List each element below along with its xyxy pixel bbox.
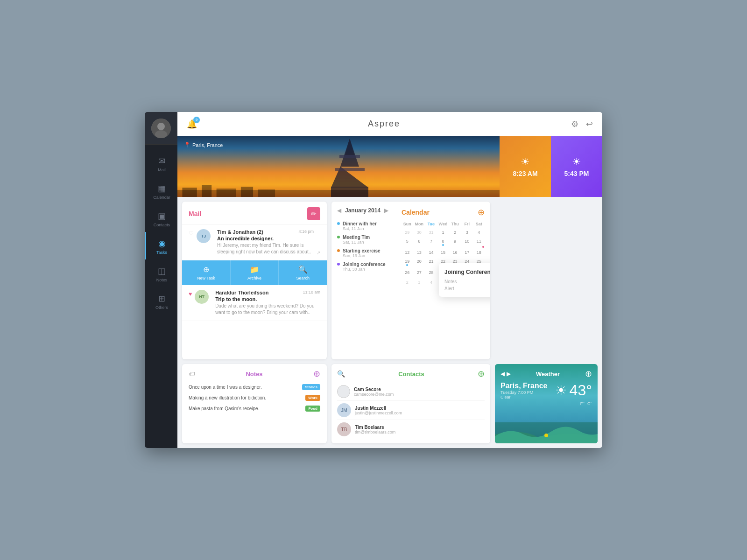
svg-rect-13	[241, 187, 253, 197]
cal-cell[interactable]: 3	[414, 278, 425, 287]
cal-cell[interactable]: 9	[449, 237, 461, 248]
calendar-prev-button[interactable]: ◀	[337, 207, 341, 214]
power-icon[interactable]: ↩	[586, 119, 593, 129]
sidebar-item-tasks[interactable]: ◉ Tasks	[145, 232, 177, 259]
calendar-next-button[interactable]: ▶	[384, 207, 388, 214]
mail-subject-1: Trip to the moon.	[215, 296, 320, 302]
calendar-add-button[interactable]: ⊕	[478, 207, 485, 217]
cal-cell[interactable]: 30	[414, 228, 425, 237]
events-list: Dinner with her Sat, 11 Jan Meeting Tim …	[337, 217, 398, 276]
cal-cell[interactable]: 10	[461, 237, 473, 248]
content-grid: Mail ✏ ♡ TJ Tim & Jonathan (2) 4:16 pm A…	[177, 197, 602, 448]
cal-cell[interactable]: 4	[473, 228, 485, 237]
cal-cell[interactable]: 16	[449, 248, 461, 257]
notes-add-button[interactable]: ⊕	[313, 369, 320, 379]
search-button[interactable]: 🔍 Search	[279, 260, 327, 285]
cal-cell[interactable]: 20	[414, 257, 425, 268]
contact-item-2[interactable]: TB Tim Boelaars tim@timboelaars.com	[337, 420, 485, 439]
weather-status: Clear	[500, 395, 548, 399]
svg-point-1	[157, 123, 165, 130]
compose-button[interactable]: ✏	[307, 207, 320, 220]
cal-cell[interactable]: 27	[414, 268, 425, 278]
cal-cell[interactable]: 31	[425, 228, 437, 237]
cal-cell[interactable]: 13	[414, 248, 425, 257]
avatar[interactable]	[145, 112, 177, 145]
sunset-icon: ☀	[572, 156, 581, 168]
sidebar-item-mail[interactable]: ✉ Mail	[145, 149, 177, 177]
cal-cell[interactable]: 2	[449, 228, 461, 237]
mail-time-0: 4:16 pm	[298, 229, 314, 234]
cal-cell[interactable]: 17	[461, 248, 473, 257]
sidebar-label-mail: Mail	[158, 168, 166, 172]
cal-header-sun: Sun	[402, 220, 413, 228]
weather-title: Weather	[536, 371, 560, 378]
svg-rect-14	[258, 189, 275, 197]
notes-header: 🏷 Notes ⊕	[182, 364, 327, 382]
contact-item-0[interactable]: Cam Secore camsecore@me.com	[337, 383, 485, 401]
contacts-add-button[interactable]: ⊕	[478, 369, 485, 379]
calendar-title: Calendar	[402, 209, 430, 216]
cal-header-mon: Mon	[414, 220, 425, 228]
cal-cell[interactable]: 11	[473, 237, 485, 248]
weather-add-button[interactable]: ⊕	[585, 369, 592, 379]
notification-bell[interactable]: 🔔 9	[187, 119, 197, 129]
weather-date: Tuesday 7:00 PM	[500, 390, 548, 395]
mail-time-1: 11:18 am	[303, 290, 320, 294]
weather-nav: ◀ ▶	[500, 371, 511, 377]
note-item-1: Making a new illustration for bidiction.…	[182, 392, 327, 403]
cal-cell[interactable]: 7	[425, 237, 437, 248]
cal-cell[interactable]: 6	[414, 237, 425, 248]
cal-cell[interactable]: 4	[425, 278, 437, 287]
cal-cell[interactable]: 28	[425, 268, 437, 278]
note-tag-1: Work	[305, 395, 320, 401]
unit-f[interactable]: F°	[580, 401, 585, 406]
cal-cell[interactable]: 12	[402, 248, 413, 257]
cal-cell[interactable]: 15	[437, 248, 449, 257]
mail-item-1[interactable]: ♥ HT Haraldur Thorleifsson 11:18 am Trip…	[182, 285, 327, 321]
sidebar-item-others[interactable]: ⊞ Others	[145, 287, 177, 315]
contact-avatar-0	[337, 385, 350, 398]
cal-header-sat: Sat	[473, 220, 485, 228]
cal-cell[interactable]: 3	[461, 228, 473, 237]
calendar-event-popup: Joining Conference Notes Alert	[439, 263, 490, 297]
contact-avatar-1: JM	[337, 403, 351, 417]
contact-item-1[interactable]: JM Justin Mezzell justin@justinmezzell.c…	[337, 401, 485, 420]
calendar-panel: ◀ January 2014 ▶ Dinner with her Sat, 11…	[331, 202, 490, 359]
sidebar-label-tasks: Tasks	[156, 250, 167, 255]
weather-next-button[interactable]: ▶	[507, 371, 511, 377]
note-tag-2: Food	[305, 406, 320, 412]
cal-cell[interactable]: 5	[402, 237, 413, 248]
settings-icon[interactable]: ⚙	[571, 119, 578, 129]
archive-button[interactable]: 📁 Archive	[231, 260, 279, 285]
cal-cell[interactable]: 14	[425, 248, 437, 257]
cal-cell[interactable]: 29	[402, 228, 413, 237]
sidebar-item-contacts[interactable]: ▣ Contacts	[145, 204, 177, 232]
sunrise-icon: ☀	[521, 156, 530, 168]
contacts-header: 🔍 Contacts ⊕	[337, 369, 485, 379]
calendar-month: January 2014	[345, 207, 381, 214]
cal-cell[interactable]: 1	[437, 228, 449, 237]
weather-prev-button[interactable]: ◀	[500, 371, 505, 377]
cal-header-tue: Tue	[425, 220, 437, 228]
cal-cell[interactable]: 19	[402, 257, 413, 268]
cal-cell[interactable]: 21	[425, 257, 437, 268]
cal-cell[interactable]: 18	[473, 248, 485, 257]
note-tag-0: Stories	[302, 384, 320, 390]
popup-alert: Alert	[444, 286, 490, 291]
sidebar-item-notes[interactable]: ◫ Notes	[145, 259, 177, 287]
weather-sun-icon: ☀	[555, 383, 567, 398]
cal-cell[interactable]: 8	[437, 237, 449, 248]
new-task-button[interactable]: ⊕ New Task	[182, 260, 231, 285]
mail-item-0[interactable]: ♡ TJ Tim & Jonathan (2) 4:16 pm An incre…	[182, 224, 327, 260]
header-right: ⚙ ↩	[571, 119, 593, 129]
cal-cell[interactable]: 26	[402, 268, 413, 278]
unit-c[interactable]: C°	[587, 401, 592, 406]
cal-cell[interactable]: 2	[402, 278, 413, 287]
mail-actions-bar: ⊕ New Task 📁 Archive 🔍 Search	[182, 260, 327, 285]
sidebar-item-calendar[interactable]: ▦ Calendar	[145, 177, 177, 204]
sunset-time: 5:43 PM	[564, 170, 589, 177]
hero-image: 📍 Paris, France	[177, 136, 500, 197]
header: 🔔 9 Aspree ⚙ ↩	[177, 112, 602, 136]
notes-title: Notes	[246, 371, 262, 378]
contacts-search-icon[interactable]: 🔍	[337, 370, 345, 378]
